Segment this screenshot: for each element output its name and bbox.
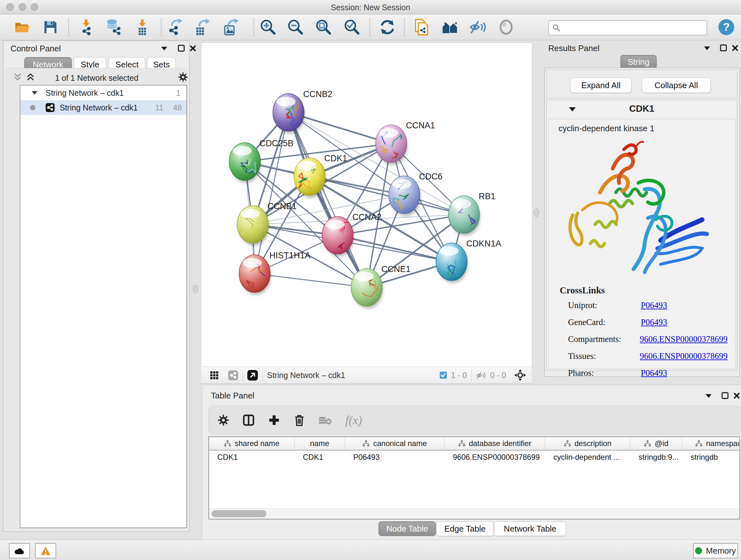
collection-expand-icon[interactable] <box>32 91 37 95</box>
table-horizontal-scrollbar[interactable] <box>209 508 739 519</box>
export-image-button[interactable] <box>223 18 241 36</box>
zoom-fit-button[interactable] <box>315 18 333 36</box>
show-columns-icon[interactable] <box>243 414 255 426</box>
birds-eye-crosshair-icon[interactable] <box>515 369 526 381</box>
column-header-shared-name[interactable]: shared name <box>209 437 294 450</box>
network-options-gear-icon[interactable] <box>178 72 188 82</box>
crosslink-link[interactable]: 9606.ENSP00000378699 <box>640 334 728 344</box>
divider <box>262 369 263 381</box>
column-header-database-identifier[interactable]: database identifier <box>445 437 545 450</box>
column-header-description[interactable]: description <box>545 437 630 450</box>
import-database-button[interactable] <box>105 18 122 36</box>
save-session-button[interactable] <box>42 18 59 36</box>
import-database-icon <box>105 19 122 36</box>
network-graph[interactable]: CCNB2CCNA1CDC25BCDK1CDC6RB1CCNB1CCNA2CDK… <box>201 43 532 367</box>
crosslink-link[interactable]: P06493 <box>641 300 667 310</box>
network-node-CDC6[interactable]: CDC6 <box>389 172 443 216</box>
delete-column-trash-icon[interactable] <box>293 414 305 427</box>
column-header-namespace[interactable]: namespace <box>682 437 740 450</box>
help-button[interactable]: ? <box>718 18 735 36</box>
network-edge-CCNA2-CDKN1A[interactable] <box>338 235 452 262</box>
panel-menu-icon[interactable] <box>704 46 710 51</box>
network-node-CCNE1[interactable]: CCNE1 <box>351 264 411 309</box>
crosslink-link[interactable]: 9606.ENSP00000378699 <box>640 351 728 361</box>
crosslink-link[interactable]: P06493 <box>641 368 667 378</box>
tab-edge-table[interactable]: Edge Table <box>436 521 494 536</box>
network-edge-CCNB2-CCNE1[interactable] <box>288 112 367 287</box>
clone-network-button[interactable] <box>413 18 431 36</box>
collapse-all-button[interactable]: Collapse All <box>642 78 711 93</box>
panel-float-icon[interactable] <box>719 44 728 52</box>
import-table-button[interactable] <box>134 18 151 36</box>
crosslink-link[interactable]: P06493 <box>641 317 667 327</box>
import-network-button[interactable] <box>77 18 95 36</box>
zoom-in-button[interactable] <box>259 18 277 36</box>
panel-close-icon[interactable] <box>189 45 197 52</box>
refresh-view-button[interactable] <box>379 18 396 36</box>
divider <box>471 369 472 381</box>
network-edge-HIST1H1A-CCNE1[interactable] <box>255 273 367 287</box>
network-node-CDC25B[interactable]: CDC25B <box>229 138 293 183</box>
add-column-icon[interactable] <box>268 414 280 426</box>
network-node-RB1[interactable]: RB1 <box>448 192 495 236</box>
delete-table-icon <box>319 415 332 426</box>
scrollbar-thumb[interactable] <box>212 510 266 517</box>
network-canvas[interactable]: CCNB2CCNA1CDC25BCDK1CDC6RB1CCNB1CCNA2CDK… <box>201 43 532 367</box>
hide-selected-button[interactable] <box>469 18 487 36</box>
column-type-tree-icon <box>458 440 466 447</box>
table-cell[interactable]: stringdb <box>682 450 740 464</box>
network-view-share-icon[interactable] <box>228 370 238 380</box>
zoom-selected-button[interactable] <box>343 18 361 36</box>
memory-button[interactable]: Memory <box>693 543 738 558</box>
network-status-dot <box>30 105 36 111</box>
network-collection-row[interactable]: String Network – cdk1 1 <box>20 85 186 100</box>
warnings-button[interactable] <box>35 543 56 558</box>
column-header-canonical-name[interactable]: canonical name <box>345 437 445 450</box>
column-header-name[interactable]: name <box>294 437 345 450</box>
table-cell[interactable]: P06493 <box>345 450 445 464</box>
panel-float-icon[interactable] <box>177 44 185 52</box>
cloud-status-button[interactable] <box>9 543 30 558</box>
node-label-CDC6: CDC6 <box>419 172 443 181</box>
network-node-CCNA1[interactable]: CCNA1 <box>376 121 435 165</box>
expand-all-button[interactable]: Expand All <box>570 78 631 93</box>
column-header-@id[interactable]: @id <box>630 437 682 450</box>
panel-menu-icon[interactable] <box>161 47 167 51</box>
table-cell[interactable]: stringdb:9... <box>630 450 682 464</box>
warning-icon <box>41 546 51 556</box>
table-cell[interactable]: CDK1 <box>209 450 294 464</box>
zoom-out-button[interactable] <box>286 18 305 36</box>
network-node-CDKN1A[interactable]: CDKN1A <box>436 239 501 283</box>
table-settings-gear-icon[interactable] <box>218 415 229 426</box>
detach-view-icon[interactable] <box>247 370 258 381</box>
export-network-button[interactable] <box>167 18 185 36</box>
panel-float-icon[interactable] <box>721 391 729 400</box>
network-row[interactable]: String Network – cdk1 11 48 <box>20 100 186 115</box>
network-node-CCNB1[interactable]: CCNB1 <box>237 201 297 246</box>
first-neighbors-button[interactable] <box>441 18 459 36</box>
tab-string[interactable]: String <box>620 55 657 69</box>
tab-node-table[interactable]: Node Table <box>379 521 436 536</box>
table-cell[interactable]: CDK1 <box>294 450 345 464</box>
network-row-label: String Network – cdk1 <box>60 103 138 112</box>
show-all-button[interactable] <box>497 18 515 36</box>
panel-close-icon[interactable] <box>733 392 740 399</box>
search-input[interactable] <box>548 20 707 36</box>
tab-network-table[interactable]: Network Table <box>494 521 566 536</box>
right-splitter-handle[interactable] <box>534 208 539 217</box>
table-row[interactable]: CDK1CDK1P064939606.ENSP00000378699cyclin… <box>209 450 739 464</box>
selected-checkbox-icon[interactable] <box>440 371 447 379</box>
left-splitter-handle[interactable] <box>193 285 198 294</box>
export-table-button[interactable] <box>194 18 212 36</box>
table-cell[interactable]: 9606.ENSP00000378699 <box>445 450 545 464</box>
grid-view-icon[interactable] <box>210 371 219 380</box>
node-label-CDC25B: CDC25B <box>259 138 293 148</box>
panel-menu-icon[interactable] <box>705 394 712 398</box>
network-node-CDK1[interactable]: CDK1 <box>294 153 347 198</box>
network-node-CCNB2[interactable]: CCNB2 <box>273 89 333 134</box>
toolbar-separator <box>68 18 69 36</box>
table-cell[interactable]: cyclin-dependent ... <box>545 450 630 464</box>
open-session-button[interactable] <box>13 18 31 36</box>
network-node-HIST1H1A[interactable]: HIST1H1A <box>239 251 311 295</box>
panel-close-icon[interactable] <box>731 44 739 52</box>
